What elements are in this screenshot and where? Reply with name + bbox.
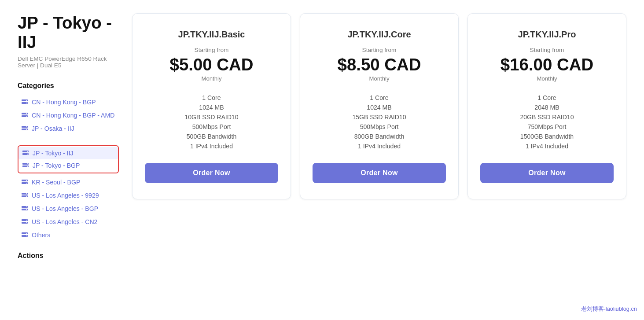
sidebar-item-others[interactable]: Others — [18, 229, 119, 241]
sidebar-item-us-la-9929[interactable]: US - Los Angeles - 9929 — [18, 189, 119, 202]
spec-bandwidth: 1500GB Bandwidth — [480, 133, 614, 140]
sidebar-item-label: US - Los Angeles - BGP — [32, 205, 98, 212]
plan-period-pro: Monthly — [537, 75, 557, 82]
sidebar-item-us-la-bgp[interactable]: US - Los Angeles - BGP — [18, 202, 119, 215]
svg-point-10 — [26, 126, 27, 127]
svg-point-22 — [26, 180, 27, 181]
actions-label: Actions — [18, 252, 119, 260]
svg-point-11 — [26, 129, 27, 130]
spec-cores: 1 Core — [145, 94, 278, 101]
starting-from-basic: Starting from — [195, 47, 229, 53]
spec-bandwidth: 800GB Bandwidth — [313, 133, 446, 140]
plan-specs-core: 1 Core 1024 MB 15GB SSD RAID10 500Mbps P… — [313, 94, 446, 150]
order-button-basic[interactable]: Order Now — [145, 163, 278, 183]
spec-port: 500Mbps Port — [313, 123, 446, 130]
svg-point-30 — [26, 206, 27, 207]
server-icon — [21, 232, 28, 239]
sidebar-item-label: Others — [32, 232, 50, 239]
server-icon — [21, 179, 28, 186]
right-panel: JP.TKY.IIJ.Basic Starting from $5.00 CAD… — [132, 13, 626, 266]
category-list-2: KR - Seoul - BGP US - Los Angeles - 9929 — [18, 176, 119, 241]
plan-price-pro: $16.00 CAD — [500, 55, 593, 74]
sidebar-item-us-la-cn2[interactable]: US - Los Angeles - CN2 — [18, 216, 119, 228]
spec-port: 750Mbps Port — [480, 123, 614, 130]
sidebar-item-label: JP - Tokyo - IIJ — [33, 150, 74, 157]
order-button-pro[interactable]: Order Now — [480, 163, 614, 183]
sidebar-item-jp-tokyo-bgp[interactable]: JP - Tokyo - BGP — [18, 159, 118, 172]
spec-ipv4: 1 IPv4 Included — [480, 143, 614, 150]
svg-point-27 — [26, 196, 27, 197]
spec-storage: 10GB SSD RAID10 — [145, 114, 278, 121]
sidebar-item-label: CN - Hong Kong - BGP - AMD — [32, 112, 114, 119]
sidebar-item-label: JP - Tokyo - BGP — [33, 162, 80, 169]
server-icon — [22, 162, 29, 169]
spec-ipv4: 1 IPv4 Included — [313, 143, 446, 150]
active-group: JP - Tokyo - IIJ JP - Tokyo - BGP — [18, 145, 119, 173]
sidebar-item-label: KR - Seoul - BGP — [32, 179, 80, 186]
plan-card-basic: JP.TKY.IIJ.Basic Starting from $5.00 CAD… — [132, 13, 291, 199]
page-title: JP - Tokyo - IIJ — [18, 13, 119, 52]
svg-point-39 — [26, 235, 27, 236]
svg-point-18 — [27, 163, 28, 164]
server-icon — [21, 112, 28, 119]
server-icon — [21, 99, 28, 106]
left-panel: JP - Tokyo - IIJ Dell EMC PowerEdge R650… — [18, 13, 119, 266]
server-icon — [21, 125, 28, 132]
svg-point-2 — [26, 100, 27, 101]
spec-ram: 1024 MB — [313, 104, 446, 111]
sidebar-item-cn-hk-bgp-amd[interactable]: CN - Hong Kong - BGP - AMD — [18, 109, 119, 121]
spec-ram: 2048 MB — [480, 104, 614, 111]
sidebar-item-label: CN - Hong Kong - BGP — [32, 99, 96, 106]
spec-storage: 15GB SSD RAID10 — [313, 114, 446, 121]
plan-card-core: JP.TKY.IIJ.Core Starting from $8.50 CAD … — [300, 13, 459, 199]
spec-cores: 1 Core — [480, 94, 614, 101]
plan-name-pro: JP.TKY.IIJ.Pro — [518, 29, 576, 40]
plan-price-basic: $5.00 CAD — [170, 55, 254, 74]
sidebar-item-jp-tokyo-iij[interactable]: JP - Tokyo - IIJ — [18, 147, 118, 159]
svg-point-15 — [27, 154, 28, 154]
server-icon — [22, 150, 29, 157]
sidebar-item-label: US - Los Angeles - 9929 — [32, 192, 99, 199]
sidebar-item-cn-hk-bgp[interactable]: CN - Hong Kong - BGP — [18, 96, 119, 108]
plan-name-basic: JP.TKY.IIJ.Basic — [178, 29, 245, 40]
spec-ipv4: 1 IPv4 Included — [145, 143, 278, 150]
plan-name-core: JP.TKY.IIJ.Core — [347, 29, 411, 40]
svg-point-38 — [26, 233, 27, 234]
spec-ram: 1024 MB — [145, 104, 278, 111]
svg-point-19 — [27, 166, 28, 167]
svg-point-26 — [26, 193, 27, 194]
plan-period-basic: Monthly — [202, 75, 222, 82]
page-wrapper: JP - Tokyo - IIJ Dell EMC PowerEdge R650… — [0, 0, 644, 279]
svg-point-6 — [26, 113, 27, 114]
order-button-core[interactable]: Order Now — [313, 163, 446, 183]
starting-from-pro: Starting from — [530, 47, 564, 53]
starting-from-core: Starting from — [362, 47, 397, 53]
plan-price-core: $8.50 CAD — [338, 55, 421, 74]
server-icon — [21, 205, 28, 212]
server-icon — [21, 192, 28, 199]
plan-card-pro: JP.TKY.IIJ.Pro Starting from $16.00 CAD … — [467, 13, 626, 199]
spec-cores: 1 Core — [313, 94, 446, 101]
sidebar-item-jp-osaka-iij[interactable]: JP - Osaka - IIJ — [18, 122, 119, 135]
spec-port: 500Mbps Port — [145, 123, 278, 130]
svg-point-35 — [26, 222, 27, 223]
server-icon — [21, 218, 28, 225]
page-subtitle: Dell EMC PowerEdge R650 Rack Server | Du… — [18, 55, 119, 69]
sidebar-item-kr-seoul-bgp[interactable]: KR - Seoul - BGP — [18, 176, 119, 188]
svg-point-31 — [26, 209, 27, 210]
svg-point-3 — [26, 103, 27, 103]
plan-specs-pro: 1 Core 2048 MB 20GB SSD RAID10 750Mbps P… — [480, 94, 614, 150]
svg-point-7 — [26, 116, 27, 117]
spec-storage: 20GB SSD RAID10 — [480, 114, 614, 121]
sidebar-item-label: US - Los Angeles - CN2 — [32, 218, 97, 225]
spec-bandwidth: 500GB Bandwidth — [145, 133, 278, 140]
categories-label: Categories — [18, 82, 119, 90]
category-list: CN - Hong Kong - BGP CN - Hong Kong - BG… — [18, 96, 119, 135]
svg-point-14 — [27, 151, 28, 152]
plan-period-core: Monthly — [369, 75, 390, 82]
plan-specs-basic: 1 Core 1024 MB 10GB SSD RAID10 500Mbps P… — [145, 94, 278, 150]
svg-point-23 — [26, 183, 27, 184]
svg-point-34 — [26, 220, 27, 221]
sidebar-item-label: JP - Osaka - IIJ — [32, 125, 74, 132]
